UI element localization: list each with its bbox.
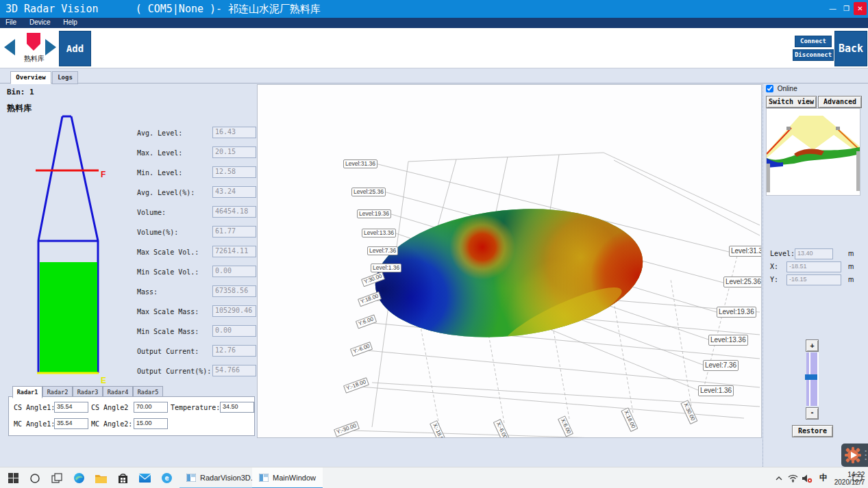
advanced-button[interactable]: Advanced [818,96,862,108]
stat-row: Output Current(%):54.766% [137,363,274,383]
stat-value-field[interactable]: 12.58 [212,166,256,178]
stat-row: Max. Level:20.15m [137,144,274,164]
stat-row: Avg. Level(%):43.24% [137,184,274,204]
screen-recorder-widget[interactable]: ••• [841,444,868,467]
maximize-button[interactable]: ❐ [840,2,853,15]
stat-row: Volume(%):61.77% [137,224,274,244]
stat-value-field[interactable]: 12.76 [212,345,256,357]
stat-value-field[interactable]: 0.00 [212,266,256,277]
stat-row: Max Scale Vol.:72614.11m^3 [137,244,274,264]
internet-explorer-icon[interactable]: e [156,467,177,488]
cs-angle2-field[interactable]: 70.00 [134,402,168,413]
bin-pin-icon[interactable] [25,32,42,55]
stat-row: Max Scale Mass:105290.46ton [137,303,274,323]
taskbar: e RadarVision3D.ex... MainWindow 中 14:22… [0,467,868,488]
tray-expand-chevron-icon[interactable] [773,467,785,488]
stat-value-field[interactable]: 72614.11 [212,246,256,257]
temperature-field[interactable]: 34.50 [220,402,254,413]
minimize-button[interactable]: — [826,2,839,15]
menu-file[interactable]: File [0,18,22,26]
stat-value-field[interactable]: 0.00 [212,325,256,337]
cursor-y-field[interactable]: -16.15 [786,274,841,285]
start-button-icon[interactable] [3,467,23,488]
ime-indicator[interactable]: 中 [817,467,830,488]
mail-icon[interactable] [134,467,155,488]
bin-number-label: Bin: 1 [7,88,34,97]
prev-bin-arrow-icon[interactable] [4,39,15,55]
restore-button[interactable]: Restore [792,425,833,437]
bin-pin-label: 熟料库 [19,54,49,64]
level-label: Level:31.36 [343,159,377,168]
disconnect-button[interactable]: Disconnect [793,49,834,61]
stat-value-field[interactable]: 46454.18 [212,206,256,218]
action-center-icon[interactable] [848,467,866,488]
cursor-x-unit: m [848,263,854,270]
stat-value-field[interactable]: 16.43 [212,127,256,138]
stat-value-field[interactable]: 67358.56 [212,285,256,297]
next-bin-arrow-icon[interactable] [45,39,56,55]
file-explorer-icon[interactable] [90,467,111,488]
recorder-gear-icon[interactable] [844,446,862,464]
stat-row: Mass:67358.56ton [137,283,274,303]
mc-angle1-field[interactable]: 35.54 [54,418,88,429]
zoom-in-button[interactable]: + [806,339,819,352]
tab-radar1[interactable]: Radar1 [12,386,42,398]
cursor-x-field[interactable]: -18.51 [786,261,841,272]
cursor-level-field[interactable]: 13.40 [795,248,833,259]
zoom-slider-handle[interactable] [805,374,817,380]
store-icon[interactable] [112,467,133,488]
mc-angle1-label: MC Angle1: [14,420,55,428]
task-view-icon[interactable] [47,467,67,488]
silo-marker-e: E [101,376,106,385]
search-icon[interactable] [25,467,45,488]
stat-value-field[interactable]: 61.77 [212,226,256,237]
volume-muted-icon[interactable] [800,467,814,488]
wifi-icon[interactable] [786,467,799,488]
cross-section-preview[interactable] [766,108,860,196]
tab-separator [0,83,868,84]
stat-row: Output Current:12.76mA [137,343,274,363]
temperature-label: Temperature: [171,404,220,411]
silo-diagram: F E [26,111,115,391]
app-window: 3D Radar Vision ( COM5|None )- 祁连山水泥厂熟料库… [0,0,868,488]
stat-value-field[interactable]: 20.15 [212,146,256,158]
stat-value-field[interactable]: 105290.46 [212,305,256,317]
cursor-y-label: Y: [770,276,778,283]
menu-help[interactable]: Help [58,18,83,26]
stat-value-field[interactable]: 54.766 [212,365,256,376]
toolbar: 熟料库 Add Connect Disconnect Back [0,28,868,68]
connect-button[interactable]: Connect [795,36,832,47]
tab-logs[interactable]: Logs [52,71,78,84]
level-label: Level:25.36 [723,277,762,287]
online-checkbox[interactable] [766,85,773,92]
app-window-icon [259,474,269,482]
zoom-out-button[interactable]: - [806,407,819,420]
silo-wall-left [767,164,770,192]
workspace: Overview Logs Bin: 1 熟料库 F E Avg. Level:… [0,68,868,467]
bin-stats: Avg. Level:16.43m Max. Level:20.15m Min.… [137,125,274,383]
close-button[interactable]: ✕ [854,2,867,15]
right-panel: Online Switch view Advanced [762,84,861,488]
level-label: Level:13.36 [362,229,396,237]
cs-angle1-label: CS Angle1: [14,404,55,411]
silo-fill-level [40,262,97,372]
level-label: Level:1.36 [698,385,734,396]
switch-view-button[interactable]: Switch view [766,96,817,108]
mc-angle2-field[interactable]: 15.00 [134,418,168,429]
add-button[interactable]: Add [59,31,91,66]
surface-plot-3d[interactable]: Level:31.36 Level:25.36 Level:19.36 Leve… [257,84,762,438]
taskbar-task-mainwindow[interactable]: MainWindow [252,467,323,488]
level-label: Level:19.36 [357,209,391,218]
stat-value-field[interactable]: 43.24 [212,186,256,198]
back-button[interactable]: Back [834,31,867,66]
tab-overview[interactable]: Overview [10,71,51,84]
silo-wall-right [856,151,860,191]
edge-browser-icon[interactable] [69,467,89,488]
recorder-menu-dots-icon[interactable]: ••• [865,449,867,461]
svg-text:e: e [164,474,169,482]
cursor-y-unit: m [848,276,854,283]
stat-row: Avg. Level:16.43m [137,125,274,144]
menu-device[interactable]: Device [24,18,56,26]
cs-angle1-field[interactable]: 35.54 [54,402,88,413]
menu-bar: File Device Help [0,18,868,28]
